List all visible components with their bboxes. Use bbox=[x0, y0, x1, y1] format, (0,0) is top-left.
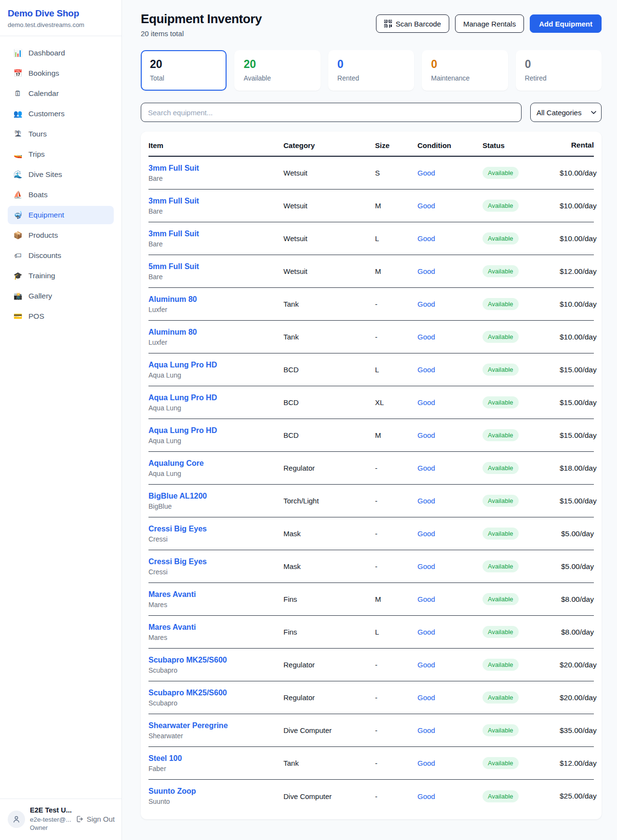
item-name-link[interactable]: BigBlue AL1200 bbox=[148, 492, 283, 501]
item-name-link[interactable]: 5mm Full Suit bbox=[148, 262, 283, 271]
category-select-value: All Categories bbox=[537, 108, 581, 117]
item-name-link[interactable]: Aqua Lung Pro HD bbox=[148, 393, 283, 402]
item-condition-link[interactable]: Good bbox=[417, 267, 483, 275]
item-name-link[interactable]: 3mm Full Suit bbox=[148, 164, 283, 173]
item-rental-price: $25.00/day bbox=[560, 792, 597, 800]
item-rental-price: $15.00/day bbox=[560, 431, 597, 440]
sidebar-item-equipment[interactable]: 🤿 Equipment bbox=[8, 206, 114, 224]
sign-out-button[interactable]: Sign Out bbox=[75, 815, 115, 823]
sidebar-item-label: Products bbox=[28, 231, 58, 240]
sidebar-item-training[interactable]: 🎓 Training bbox=[8, 267, 114, 285]
item-condition-link[interactable]: Good bbox=[417, 169, 483, 177]
item-rental-price: $12.00/day bbox=[560, 267, 597, 276]
item-condition-link[interactable]: Good bbox=[417, 661, 483, 669]
item-brand: Bare bbox=[148, 240, 283, 248]
item-size: S bbox=[375, 169, 417, 177]
brand: Demo Dive Shop demo.test.divestreams.com bbox=[0, 0, 121, 36]
item-condition-link[interactable]: Good bbox=[417, 398, 483, 406]
sidebar-nav: 📊 Dashboard 📅 Bookings 🗓 Calendar 👥 Cust… bbox=[0, 36, 121, 331]
item-name-link[interactable]: Cressi Big Eyes bbox=[148, 525, 283, 533]
item-name-link[interactable]: Aluminum 80 bbox=[148, 295, 283, 304]
stat-card-retired[interactable]: 0 Retired bbox=[516, 50, 602, 91]
item-name-link[interactable]: Mares Avanti bbox=[148, 623, 283, 632]
item-category: Torch/Light bbox=[283, 497, 375, 505]
item-name-link[interactable]: 3mm Full Suit bbox=[148, 230, 283, 238]
item-condition-link[interactable]: Good bbox=[417, 464, 483, 472]
stat-card-maintenance[interactable]: 0 Maintenance bbox=[422, 50, 508, 91]
item-brand: Bare bbox=[148, 175, 283, 182]
sidebar-item-dive-sites[interactable]: 🌊 Dive Sites bbox=[8, 165, 114, 184]
stat-card-available[interactable]: 20 Available bbox=[234, 50, 320, 91]
item-size: M bbox=[375, 202, 417, 210]
sidebar-item-customers[interactable]: 👥 Customers bbox=[8, 105, 114, 123]
item-condition-link[interactable]: Good bbox=[417, 595, 483, 603]
stat-label: Retired bbox=[525, 74, 592, 82]
item-name-link[interactable]: Aqua Lung Pro HD bbox=[148, 426, 283, 435]
item-name-link[interactable]: Scubapro MK25/S600 bbox=[148, 689, 283, 697]
category-select[interactable]: All Categories bbox=[530, 103, 602, 122]
item-name-link[interactable]: Shearwater Peregrine bbox=[148, 721, 283, 730]
item-condition-link[interactable]: Good bbox=[417, 366, 483, 374]
scan-barcode-button[interactable]: Scan Barcode bbox=[376, 14, 449, 33]
status-badge: Available bbox=[483, 626, 519, 638]
status-badge: Available bbox=[483, 659, 519, 671]
item-name-link[interactable]: Scubapro MK25/S600 bbox=[148, 656, 283, 664]
sidebar-item-calendar[interactable]: 🗓 Calendar bbox=[8, 84, 114, 103]
manage-rentals-button[interactable]: Manage Rentals bbox=[455, 14, 524, 33]
item-condition-link[interactable]: Good bbox=[417, 333, 483, 341]
item-brand: Mares bbox=[148, 601, 283, 609]
app-root: Demo Dive Shop demo.test.divestreams.com… bbox=[0, 0, 617, 840]
item-condition-link[interactable]: Good bbox=[417, 202, 483, 210]
sidebar-item-pos[interactable]: 💳 POS bbox=[8, 307, 114, 325]
item-name-link[interactable]: Aluminum 80 bbox=[148, 328, 283, 337]
item-name-link[interactable]: Aqualung Core bbox=[148, 459, 283, 468]
item-condition-link[interactable]: Good bbox=[417, 562, 483, 570]
main-content: Equipment Inventory 20 items total Scan … bbox=[122, 0, 617, 840]
stat-value: 20 bbox=[243, 58, 311, 70]
item-name-link[interactable]: 3mm Full Suit bbox=[148, 197, 283, 205]
dive-mask-icon: 🤿 bbox=[13, 211, 23, 219]
item-condition-link[interactable]: Good bbox=[417, 234, 483, 243]
status-badge: Available bbox=[483, 790, 519, 802]
item-brand: Shearwater bbox=[148, 732, 283, 740]
sidebar-item-bookings[interactable]: 📅 Bookings bbox=[8, 64, 114, 82]
item-rental-price: $10.00/day bbox=[560, 169, 597, 177]
item-condition-link[interactable]: Good bbox=[417, 792, 483, 800]
item-condition-link[interactable]: Good bbox=[417, 431, 483, 439]
sidebar-item-products[interactable]: 📦 Products bbox=[8, 226, 114, 244]
sidebar-item-gallery[interactable]: 📸 Gallery bbox=[8, 287, 114, 305]
brand-title[interactable]: Demo Dive Shop bbox=[8, 8, 114, 19]
stat-card-rented[interactable]: 0 Rented bbox=[328, 50, 414, 91]
item-name-link[interactable]: Mares Avanti bbox=[148, 590, 283, 599]
stat-card-total[interactable]: 20 Total bbox=[141, 50, 227, 91]
stat-label: Available bbox=[243, 74, 311, 82]
item-condition-link[interactable]: Good bbox=[417, 759, 483, 767]
sidebar-item-boats[interactable]: ⛵ Boats bbox=[8, 186, 114, 204]
sidebar-item-tours[interactable]: 🏝 Tours bbox=[8, 125, 114, 143]
item-brand: Luxfer bbox=[148, 339, 283, 346]
sidebar-item-discounts[interactable]: 🏷 Discounts bbox=[8, 246, 114, 265]
item-condition-link[interactable]: Good bbox=[417, 300, 483, 308]
item-condition-link[interactable]: Good bbox=[417, 726, 483, 734]
item-name-link[interactable]: Aqua Lung Pro HD bbox=[148, 361, 283, 369]
item-rental-price: $18.00/day bbox=[560, 464, 597, 473]
status-badge: Available bbox=[483, 232, 519, 244]
table-row: Cressi Big Eyes Cressi Mask - Good Avail… bbox=[148, 550, 594, 583]
add-equipment-button[interactable]: Add Equipment bbox=[530, 14, 602, 33]
item-brand: Luxfer bbox=[148, 306, 283, 313]
sidebar-item-dashboard[interactable]: 📊 Dashboard bbox=[8, 44, 114, 62]
search-input[interactable] bbox=[141, 103, 522, 122]
barcode-icon bbox=[384, 20, 392, 27]
item-condition-link[interactable]: Good bbox=[417, 497, 483, 505]
item-condition-link[interactable]: Good bbox=[417, 693, 483, 702]
item-category: Mask bbox=[283, 562, 375, 570]
filter-bar: All Categories bbox=[141, 103, 602, 122]
item-name-link[interactable]: Steel 100 bbox=[148, 754, 283, 763]
item-name-link[interactable]: Suunto Zoop bbox=[148, 787, 283, 796]
item-rental-price: $35.00/day bbox=[560, 726, 597, 735]
sidebar-item-label: Bookings bbox=[28, 69, 59, 78]
item-condition-link[interactable]: Good bbox=[417, 628, 483, 636]
item-condition-link[interactable]: Good bbox=[417, 529, 483, 538]
item-name-link[interactable]: Cressi Big Eyes bbox=[148, 557, 283, 566]
sidebar-item-trips[interactable]: 🚤 Trips bbox=[8, 145, 114, 163]
